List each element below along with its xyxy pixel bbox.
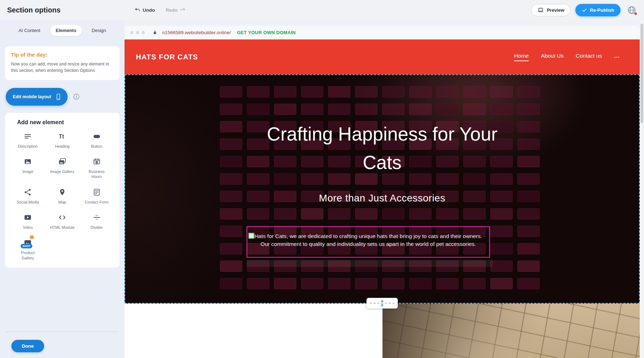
site-logo[interactable]: HATS FOR CATS	[136, 53, 198, 61]
info-icon	[73, 93, 80, 100]
tab-ai-content[interactable]: AI Content	[13, 25, 46, 36]
element-grid: Description Tt Heading Button	[11, 131, 114, 260]
arrow-up-icon	[380, 304, 384, 307]
app: Section options Undo Redo Preview	[0, 0, 644, 358]
element-image-gallery[interactable]: Image Gallery	[45, 157, 80, 179]
phone-icon	[55, 93, 62, 100]
element-heading[interactable]: Tt Heading	[45, 131, 80, 149]
window-dot	[130, 31, 133, 34]
business-hours-icon	[93, 157, 101, 167]
undo-button[interactable]: Undo	[134, 7, 155, 13]
hero-heading[interactable]: Crafting Happiness for Your Cats	[258, 120, 507, 177]
product-gallery-icon: SHOP ↑	[23, 238, 32, 248]
hero-tile-grid	[220, 86, 540, 289]
heading-icon: Tt	[58, 131, 67, 141]
get-domain-link[interactable]: GET YOUR OWN DOMAIN	[237, 30, 296, 35]
topbar: Section options Undo Redo Preview	[0, 0, 644, 20]
tip-of-the-day-card: Tip of the day: Now you can add, move an…	[5, 46, 120, 80]
redo-label: Redo	[166, 7, 178, 13]
paragraph-selection-box[interactable]: Hats for Cats, we are dedicated to craft…	[247, 226, 490, 258]
svg-text:Tt: Tt	[59, 133, 64, 139]
element-contact-form[interactable]: Contact Form	[79, 187, 114, 205]
arrow-down-icon	[380, 300, 384, 302]
info-button[interactable]	[73, 93, 80, 101]
image-icon	[23, 157, 32, 167]
social-media-icon	[23, 187, 32, 197]
description-icon	[23, 131, 32, 141]
sidebar: AI Content Elements Design Tip of the da…	[0, 20, 125, 358]
resize-handle-left[interactable]	[248, 233, 254, 239]
upgrade-badge-icon: ↑	[29, 235, 35, 240]
preview-label: Preview	[547, 7, 564, 13]
element-divider[interactable]: Divider	[79, 212, 114, 230]
element-description[interactable]: Description	[11, 131, 45, 149]
editor-canvas: n1566589.websitebuilder.online/ GET YOUR…	[125, 20, 640, 358]
window-dot	[136, 31, 139, 34]
element-image[interactable]: Image	[11, 157, 45, 179]
tip-title: Tip of the day:	[11, 52, 114, 58]
element-social-media[interactable]: Social Media	[11, 187, 45, 205]
language-globe-button[interactable]	[625, 4, 638, 16]
undo-icon	[134, 7, 141, 13]
element-video[interactable]: Video	[11, 212, 45, 230]
site-preview: HATS FOR CATS Home About Us Contact us .…	[125, 40, 640, 358]
video-icon	[23, 212, 32, 222]
button-icon	[93, 131, 101, 141]
shop-badge: SHOP	[21, 244, 32, 248]
divider-icon	[93, 212, 101, 222]
notification-dot	[634, 12, 637, 15]
monitor-icon	[537, 7, 544, 14]
check-icon	[582, 7, 587, 13]
history-controls: Undo Redo	[134, 7, 186, 13]
element-product-gallery[interactable]: SHOP ↑ Product Gallery	[11, 238, 45, 260]
hero-paragraph[interactable]: Hats for Cats, we are dedicated to craft…	[247, 227, 489, 248]
preview-button[interactable]: Preview	[531, 4, 570, 16]
add-element-card: Add new element Description Tt Heading	[5, 113, 120, 268]
section-boundary-dashes	[370, 303, 395, 304]
hover-ghost-bar	[247, 260, 493, 267]
browser-chrome-bar: n1566589.websitebuilder.online/ GET YOUR…	[125, 26, 640, 40]
nav-contact-us[interactable]: Contact us	[576, 53, 602, 61]
hero-section[interactable]: Crafting Happiness for Your Cats More th…	[125, 74, 640, 304]
site-url[interactable]: n1566589.websitebuilder.online/	[162, 30, 231, 35]
page-title: Section options	[7, 6, 60, 14]
tab-design[interactable]: Design	[86, 25, 112, 36]
topbar-actions: Preview Re-Publish	[531, 4, 639, 16]
add-element-title: Add new element	[11, 119, 114, 126]
next-section[interactable]	[125, 304, 640, 358]
scrollbar-thumb[interactable]	[640, 23, 643, 123]
undo-label: Undo	[143, 7, 155, 13]
sidebar-tabs: AI Content Elements Design	[5, 24, 120, 36]
edit-mobile-row: Edit mobile layout	[6, 88, 119, 106]
nav-more-button[interactable]: ...	[614, 53, 620, 61]
redo-button[interactable]: Redo	[166, 7, 186, 13]
page-scrollbar	[640, 20, 644, 358]
image-gallery-icon	[58, 157, 67, 167]
contact-form-icon	[93, 187, 101, 197]
window-dot	[142, 31, 145, 34]
republish-button[interactable]: Re-Publish	[575, 4, 621, 16]
section-resize-handle[interactable]	[366, 298, 398, 309]
tip-body: Now you can add, move and resize any ele…	[11, 61, 114, 74]
redo-icon	[180, 7, 186, 13]
tab-elements[interactable]: Elements	[50, 25, 82, 36]
lock-icon	[152, 30, 158, 35]
element-business-hours[interactable]: Business Hours	[79, 157, 114, 179]
map-icon	[58, 187, 67, 197]
site-header[interactable]: HATS FOR CATS Home About Us Contact us .…	[125, 40, 640, 74]
next-section-photo	[382, 304, 640, 358]
nav-about-us[interactable]: About Us	[541, 53, 564, 61]
republish-label: Re-Publish	[590, 7, 614, 13]
nav-home[interactable]: Home	[514, 53, 529, 61]
element-button[interactable]: Button	[79, 131, 114, 149]
html-module-icon	[58, 212, 67, 222]
edit-mobile-label: Edit mobile layout	[13, 94, 51, 99]
edit-mobile-layout-button[interactable]: Edit mobile layout	[6, 88, 68, 106]
element-html-module[interactable]: HTML Module	[45, 212, 80, 230]
next-section-white-area	[125, 304, 382, 358]
hero-subheading[interactable]: More than Just Accessories	[125, 193, 640, 204]
done-button[interactable]: Done	[11, 340, 44, 352]
element-map[interactable]: Map	[45, 187, 80, 205]
site-nav: Home About Us Contact us ...	[514, 53, 620, 61]
sidebar-divider	[6, 332, 119, 332]
